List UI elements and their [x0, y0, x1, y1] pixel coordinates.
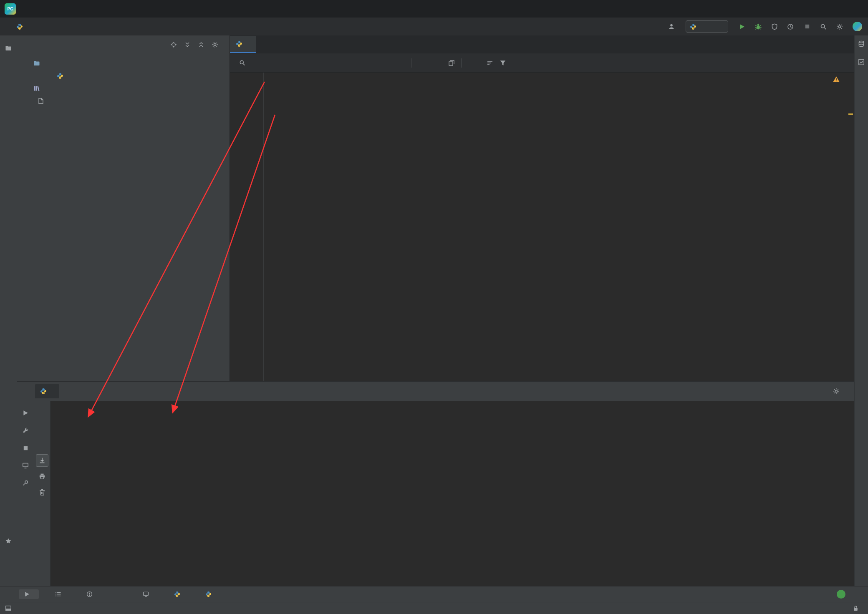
python-file-icon — [236, 40, 242, 47]
editor-tab-day1[interactable] — [230, 36, 256, 53]
tool-button-eval-reset[interactable] — [113, 593, 126, 596]
code-editor[interactable] — [230, 73, 855, 381]
pycharm-window: PC — [0, 0, 868, 614]
navigation-bar — [0, 18, 868, 35]
up-stacktrace-button[interactable] — [36, 407, 48, 419]
window-controls — [792, 0, 868, 18]
tool-button-problems[interactable] — [81, 589, 101, 599]
search-input[interactable] — [236, 57, 370, 69]
tree-item-external-libraries[interactable] — [17, 82, 230, 95]
expand-all-button[interactable] — [184, 41, 191, 48]
stop-button[interactable] — [800, 20, 814, 33]
maximize-button[interactable] — [817, 0, 843, 18]
navbar-toolbar — [665, 20, 862, 33]
tool-window-bar — [0, 586, 868, 602]
filter-lines-button[interactable] — [487, 60, 493, 66]
inspection-widget[interactable] — [833, 76, 850, 83]
run-tool-window — [17, 381, 855, 586]
tool-button-todo[interactable] — [50, 589, 70, 599]
words-toggle[interactable] — [392, 62, 395, 64]
status-bar — [0, 602, 868, 614]
match-case-toggle[interactable] — [382, 62, 386, 64]
python-file-icon — [40, 388, 47, 395]
title-bar: PC — [0, 0, 868, 18]
regex-toggle[interactable] — [401, 62, 405, 64]
python-file-icon — [690, 23, 696, 30]
soft-wrap-button[interactable] — [36, 438, 48, 451]
editor-tab-bar — [230, 35, 855, 53]
profiler-button[interactable] — [784, 20, 797, 33]
open-in-find-window-button[interactable] — [448, 60, 455, 66]
tool-button-terminal[interactable] — [138, 589, 158, 599]
gutter-separator — [263, 73, 264, 381]
filter-funnel-button[interactable] — [500, 60, 506, 66]
database-icon[interactable] — [858, 40, 865, 47]
python-file-icon — [16, 23, 23, 30]
modify-run-config-button[interactable] — [19, 424, 32, 437]
sciview-icon[interactable] — [858, 59, 865, 65]
warning-icon — [833, 76, 840, 83]
tool-button-python-packages[interactable] — [169, 589, 189, 599]
run-toolbar — [17, 401, 50, 586]
breadcrumb-file[interactable] — [16, 23, 26, 30]
settings-button[interactable] — [833, 20, 846, 33]
print-button[interactable] — [36, 470, 48, 483]
editor-area — [230, 35, 855, 381]
divider — [411, 58, 411, 68]
stop-process-button[interactable] — [19, 442, 32, 454]
project-panel-header — [17, 35, 230, 54]
star-icon[interactable] — [5, 538, 12, 544]
scrollbar-warning-mark — [848, 113, 853, 115]
coverage-button[interactable] — [768, 20, 781, 33]
tree-item-day1[interactable] — [17, 70, 230, 82]
restore-layout-button[interactable] — [19, 459, 32, 472]
tool-button-python-console[interactable] — [200, 589, 220, 599]
library-icon — [33, 85, 40, 92]
right-tool-stripe — [854, 35, 868, 586]
rerun-button[interactable] — [19, 407, 32, 419]
tree-item-scratches[interactable] — [17, 95, 230, 107]
minimize-button[interactable] — [792, 0, 817, 18]
search-everywhere-button[interactable] — [817, 20, 830, 33]
run-configuration-select[interactable] — [686, 20, 728, 33]
tree-item-project-root[interactable] — [17, 57, 230, 70]
python-file-icon — [57, 73, 63, 79]
search-icon — [239, 60, 245, 66]
folder-icon — [33, 60, 40, 67]
main-area — [17, 35, 855, 586]
run-tool-window-header — [17, 382, 855, 401]
project-panel — [17, 35, 230, 381]
tool-button-run[interactable] — [19, 589, 39, 599]
event-log-button[interactable] — [837, 590, 849, 599]
users-button[interactable] — [665, 20, 679, 33]
down-stacktrace-button[interactable] — [36, 423, 48, 435]
close-button[interactable] — [843, 0, 868, 18]
console-output[interactable] — [50, 401, 855, 586]
divider — [461, 58, 462, 68]
run-settings-button[interactable] — [833, 388, 840, 395]
find-bar — [230, 53, 855, 73]
run-tab-day1[interactable] — [35, 384, 59, 398]
pin-tab-button[interactable] — [19, 477, 32, 489]
collapse-all-button[interactable] — [198, 41, 204, 48]
project-settings-button[interactable] — [212, 41, 218, 48]
tool-window-switcher-icon[interactable] — [5, 605, 12, 611]
pycharm-logo-icon: PC — [5, 3, 16, 15]
project-tree — [17, 54, 230, 107]
run-button[interactable] — [735, 20, 749, 33]
left-tool-stripe — [0, 35, 17, 586]
plugin-icon[interactable] — [853, 22, 862, 31]
clear-all-button[interactable] — [36, 486, 48, 498]
debug-button[interactable] — [752, 20, 765, 33]
folder-icon[interactable] — [5, 45, 12, 52]
scratch-file-icon — [38, 98, 44, 104]
lock-icon[interactable] — [853, 605, 859, 611]
locate-file-button[interactable] — [170, 41, 177, 48]
event-log-badge — [837, 590, 845, 599]
scroll-to-end-button[interactable] — [36, 454, 48, 467]
